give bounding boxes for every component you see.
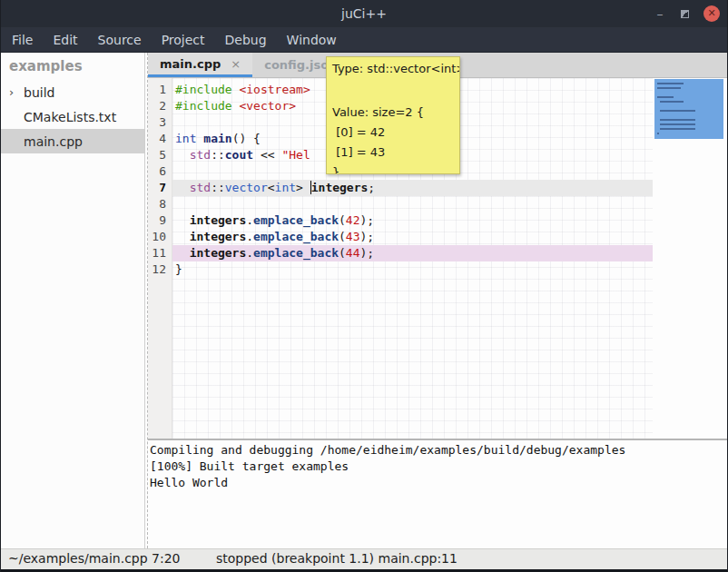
- code-token: );: [360, 246, 375, 260]
- code-line-9[interactable]: integers.emplace_back(42);: [172, 212, 653, 229]
- code-token: }: [175, 262, 182, 276]
- sidebar-item-main-cpp[interactable]: main.cpp: [1, 129, 144, 153]
- code-token: (: [339, 246, 346, 260]
- code-token: (: [339, 213, 346, 227]
- minimap-code-line: [657, 87, 681, 89]
- tooltip-value-block: Value: size=2 { [0] = 42 [1] = 43}: [332, 103, 454, 174]
- code-token: vector: [225, 181, 268, 194]
- minimap-code-line: [660, 101, 684, 103]
- file-tree-sidebar[interactable]: examples ›buildCMakeLists.txtmain.cpp: [1, 53, 144, 548]
- code-token: );: [360, 213, 375, 227]
- close-button[interactable]: ✕: [703, 5, 720, 22]
- code-token: ::: [211, 181, 225, 194]
- gutter-line-7[interactable]: 7: [148, 180, 172, 196]
- code-token: <vector>: [239, 99, 296, 113]
- gutter-line-1[interactable]: 1: [148, 82, 172, 98]
- source-minimap[interactable]: [654, 78, 723, 439]
- minimap-code-line: [660, 110, 695, 112]
- code-token: std: [190, 181, 211, 194]
- gutter-line-11[interactable]: 11: [148, 245, 172, 261]
- window-title: juCi++: [1, 0, 727, 27]
- code-token: .: [246, 246, 253, 260]
- code-line-7[interactable]: std::vector<int> integers;: [172, 180, 653, 196]
- status-bar: ~/examples/main.cpp 7:20 stopped (breakp…: [1, 548, 727, 569]
- code-token: cout: [225, 148, 253, 162]
- code-token: );: [360, 230, 375, 243]
- code-token: [175, 148, 190, 162]
- code-token: emplace_back: [253, 213, 339, 227]
- status-file-position: ~/examples/main.cpp 7:20: [8, 551, 181, 566]
- menu-item-project[interactable]: Project: [160, 31, 207, 49]
- code-token: int: [275, 181, 296, 194]
- jucipp-window: juCi++ – ✕ FileEditSourceProjectDebugWin…: [0, 0, 728, 572]
- restore-button[interactable]: [681, 10, 689, 18]
- output-line: Hello World: [150, 475, 728, 491]
- menu-item-file[interactable]: File: [10, 31, 34, 49]
- tooltip-value-line: }: [332, 163, 454, 174]
- tooltip-value-line: Value: size=2 {: [332, 103, 454, 123]
- gutter-line-5[interactable]: 5: [148, 147, 172, 163]
- code-token: emplace_back: [253, 230, 339, 243]
- minimap-code-line: [660, 128, 695, 130]
- code-token: () {: [232, 132, 261, 145]
- code-token: integers: [190, 230, 247, 243]
- code-line-11[interactable]: integers.emplace_back(44);: [172, 245, 653, 261]
- code-token: 43: [346, 230, 360, 243]
- code-token: #include: [175, 99, 232, 113]
- sidebar-item-label: CMakeLists.txt: [24, 110, 116, 124]
- code-token: ::: [211, 148, 225, 162]
- menu-item-source[interactable]: Source: [96, 31, 143, 49]
- code-token: (: [339, 230, 346, 243]
- minimap-code-line: [660, 123, 695, 125]
- code-token: integers: [311, 181, 369, 194]
- code-token: 44: [346, 246, 360, 260]
- minimap-code-line: [657, 133, 659, 134]
- code-token: <iostream>: [239, 83, 310, 96]
- code-token: emplace_back: [253, 246, 339, 260]
- gutter-line-12[interactable]: 12: [148, 261, 172, 278]
- project-name-header: examples: [1, 53, 144, 80]
- window-controls: – ✕: [654, 0, 720, 27]
- gutter-line-8[interactable]: 8: [148, 196, 172, 212]
- expander-chevron-icon[interactable]: ›: [9, 85, 24, 99]
- line-number-gutter[interactable]: 123456789101112: [148, 78, 172, 439]
- code-line-12[interactable]: }: [172, 261, 653, 278]
- gutter-line-10[interactable]: 10: [148, 229, 172, 245]
- minimap-slider[interactable]: [654, 79, 723, 139]
- title-bar[interactable]: juCi++ – ✕: [1, 0, 727, 27]
- tab-close-icon[interactable]: ×: [231, 57, 241, 71]
- output-line: [100%] Built target examples: [150, 459, 728, 475]
- minimap-code-line: [660, 119, 695, 121]
- build-output-panel: Compiling and debugging /home/eidheim/ex…: [148, 440, 728, 548]
- status-debug-state: stopped (breakpoint 1.1) main.cpp:11: [216, 551, 457, 566]
- gutter-line-3[interactable]: 3: [148, 114, 172, 131]
- menu-item-window[interactable]: Window: [285, 31, 339, 49]
- minimize-button[interactable]: –: [654, 6, 666, 21]
- gutter-line-6[interactable]: 6: [148, 163, 172, 180]
- minimap-code-line: [657, 96, 674, 98]
- gutter-line-9[interactable]: 9: [148, 212, 172, 229]
- tooltip-value-line: [0] = 42: [332, 123, 454, 143]
- code-token: integers: [190, 213, 247, 227]
- code-token: int: [175, 132, 196, 145]
- output-line: Compiling and debugging /home/eidheim/ex…: [150, 442, 728, 459]
- code-line-8[interactable]: [172, 196, 653, 212]
- code-token: <: [268, 181, 275, 194]
- menu-item-debug[interactable]: Debug: [223, 31, 269, 49]
- menu-item-edit[interactable]: Edit: [51, 31, 79, 49]
- code-token: #include: [175, 83, 232, 96]
- gutter-line-2[interactable]: 2: [148, 98, 172, 114]
- menu-bar: FileEditSourceProjectDebugWindow: [1, 27, 727, 53]
- code-token: 42: [346, 213, 360, 227]
- code-token: [175, 181, 190, 194]
- code-token: .: [246, 230, 253, 243]
- code-token: integers: [190, 246, 247, 260]
- sidebar-item-cmakelists-txt[interactable]: CMakeLists.txt: [1, 104, 144, 129]
- code-line-10[interactable]: integers.emplace_back(43);: [172, 229, 653, 245]
- sidebar-item-build[interactable]: ›build: [1, 80, 144, 104]
- gutter-line-4[interactable]: 4: [148, 131, 172, 147]
- code-token: "Hel: [281, 148, 310, 162]
- tab-main-cpp[interactable]: main.cpp×: [148, 53, 252, 77]
- code-token: >: [296, 181, 310, 194]
- minimap-code-line: [657, 83, 684, 84]
